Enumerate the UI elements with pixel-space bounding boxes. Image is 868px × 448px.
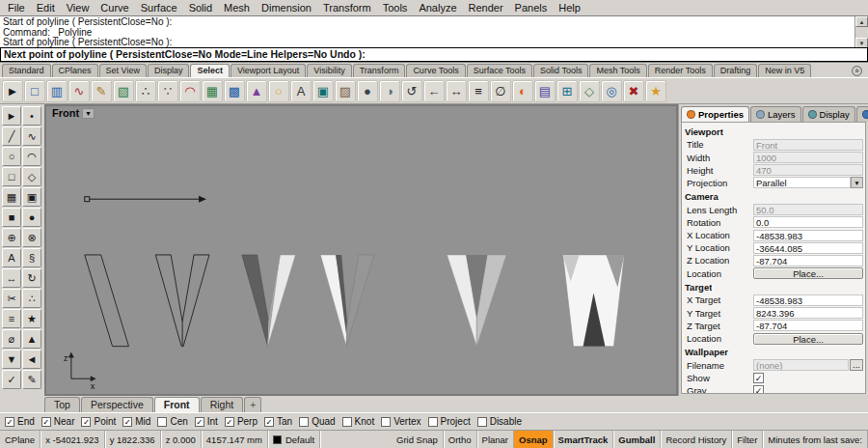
- viewport-tab-top[interactable]: Top: [44, 397, 80, 412]
- osnap-vertex[interactable]: ✓ Vertex: [381, 416, 420, 427]
- property-checkbox[interactable]: ✓: [753, 373, 764, 383]
- osnap-quad[interactable]: ✓ Quad: [299, 416, 335, 427]
- select-meshes-icon[interactable]: ▲: [246, 80, 267, 102]
- select-polysurfaces-icon[interactable]: ▩: [224, 80, 245, 102]
- osnap-knot[interactable]: ✓ Knot: [342, 416, 375, 427]
- osnap-checkbox[interactable]: ✓: [264, 417, 274, 427]
- view-back-icon[interactable]: ◄: [22, 350, 41, 369]
- y-coordinate[interactable]: y 1822.336: [105, 431, 161, 448]
- viewport-tab-right[interactable]: Right: [201, 397, 244, 412]
- gumball-toggle[interactable]: Gumball: [613, 431, 661, 448]
- osnap-end[interactable]: ✓ End: [5, 416, 35, 427]
- viewport-front[interactable]: z x Front ▼: [44, 104, 678, 396]
- viewport-canvas[interactable]: z x: [46, 106, 676, 394]
- check-geometry-icon[interactable]: ✓: [2, 370, 21, 389]
- tab-display[interactable]: Display: [802, 106, 855, 122]
- drape-icon[interactable]: ▼: [2, 350, 21, 369]
- tab-cplanes[interactable]: CPlanes: [52, 64, 98, 77]
- property-value[interactable]: Parallel: [753, 177, 851, 188]
- tab-standard[interactable]: Standard: [2, 64, 51, 77]
- tab-layers[interactable]: Layers: [750, 106, 801, 122]
- osnap-checkbox[interactable]: ✓: [157, 417, 167, 427]
- select-volume-icon[interactable]: ◇: [579, 80, 600, 102]
- distance-units[interactable]: 4157.147 mm: [202, 431, 268, 448]
- surface-tools-icon[interactable]: ▣: [22, 187, 41, 207]
- menu-item[interactable]: Analyze: [413, 1, 462, 14]
- tab-transform[interactable]: Transform: [353, 64, 406, 77]
- osnap-checkbox[interactable]: ✓: [381, 417, 391, 427]
- select-by-color-icon[interactable]: ◐: [512, 80, 533, 102]
- osnap-checkbox[interactable]: ✓: [428, 417, 438, 427]
- tab-set-view[interactable]: Set View: [99, 64, 147, 77]
- tab-curve-tools[interactable]: Curve Tools: [406, 64, 465, 77]
- menu-item[interactable]: Help: [553, 1, 586, 14]
- invert-selection-icon[interactable]: ↔: [446, 80, 467, 102]
- select-point-clouds-icon[interactable]: ∵: [157, 80, 178, 102]
- menu-item[interactable]: Tools: [377, 1, 414, 14]
- select-window-icon[interactable]: □: [24, 80, 45, 102]
- select-pointer-icon[interactable]: ►: [2, 80, 23, 102]
- rectangle-icon[interactable]: □: [2, 167, 21, 186]
- line-icon[interactable]: ╱: [2, 126, 21, 146]
- arc-icon[interactable]: ◠: [22, 147, 41, 166]
- select-last-icon[interactable]: ↺: [401, 80, 422, 102]
- select-blocks-icon[interactable]: ▣: [312, 80, 334, 102]
- menu-item[interactable]: View: [61, 1, 95, 14]
- cplane-selector[interactable]: CPlane: [0, 431, 41, 448]
- toolbar-options-icon[interactable]: [852, 66, 862, 76]
- select-crossing-icon[interactable]: ▥: [46, 80, 68, 102]
- x-coordinate[interactable]: x -54021.923: [41, 431, 104, 448]
- join-icon[interactable]: ≡: [2, 309, 21, 328]
- property-value[interactable]: -36644.085: [753, 242, 863, 254]
- property-value[interactable]: 0.0: [753, 216, 863, 228]
- menu-item[interactable]: Mesh: [218, 1, 256, 14]
- menu-item[interactable]: Panels: [509, 1, 554, 14]
- scroll-up-icon[interactable]: ▲: [855, 16, 868, 27]
- dimension-icon[interactable]: ⌀: [2, 329, 21, 349]
- property-value[interactable]: -48538.983: [753, 230, 863, 241]
- menu-item[interactable]: Render: [463, 1, 509, 14]
- circle-icon[interactable]: ○: [2, 147, 21, 166]
- osnap-toggle[interactable]: Osnap: [514, 431, 554, 448]
- edit-points-icon[interactable]: ∴: [22, 289, 41, 308]
- select-lasso-icon[interactable]: ∿: [68, 80, 90, 102]
- osnap-perp[interactable]: ✓ Perp: [225, 416, 258, 427]
- select-previous-icon[interactable]: ←: [423, 80, 445, 102]
- trim-icon[interactable]: ✂: [2, 289, 21, 308]
- smarttrack-toggle[interactable]: SmartTrack: [554, 431, 614, 448]
- annotation-icon[interactable]: §: [22, 248, 41, 267]
- tab-display-group[interactable]: Display: [148, 64, 190, 77]
- boolean-difference-icon[interactable]: ⊗: [22, 228, 41, 247]
- shaded-chevron-left-limb[interactable]: [242, 255, 269, 347]
- move-icon[interactable]: ↔: [2, 268, 21, 288]
- tab-render-tools[interactable]: Render Tools: [648, 64, 713, 77]
- property-value[interactable]: (none): [753, 359, 849, 371]
- menu-item[interactable]: Edit: [31, 1, 61, 14]
- mesh-icon[interactable]: ▲: [22, 329, 41, 349]
- viewport-tab-front[interactable]: Front: [154, 397, 200, 412]
- menu-item[interactable]: Solid: [183, 1, 218, 14]
- osnap-checkbox[interactable]: ✓: [342, 417, 352, 427]
- viewport-tab-perspective[interactable]: Perspective: [81, 397, 153, 412]
- menu-item[interactable]: Dimension: [256, 1, 317, 14]
- deselect-all-icon[interactable]: ∅: [490, 80, 511, 102]
- select-brush-icon[interactable]: ✎: [91, 80, 112, 102]
- filter-toggle[interactable]: Filter: [732, 431, 763, 448]
- dropdown-arrow-icon[interactable]: ▼: [851, 177, 863, 188]
- boolean-union-icon[interactable]: ⊕: [2, 228, 21, 247]
- menu-item[interactable]: File: [2, 1, 31, 14]
- active-layer[interactable]: Default: [268, 431, 320, 448]
- osnap-checkbox[interactable]: ✓: [122, 417, 132, 427]
- polyline-start-point[interactable]: [85, 197, 90, 202]
- osnap-disable[interactable]: ✓ Disable: [477, 416, 522, 427]
- tab-select[interactable]: Select: [190, 64, 230, 77]
- tab-solid-tools[interactable]: Solid Tools: [533, 64, 588, 77]
- z-coordinate[interactable]: z 0.000: [161, 431, 202, 448]
- osnap-checkbox[interactable]: ✓: [299, 417, 309, 427]
- osnap-checkbox[interactable]: ✓: [81, 417, 91, 427]
- property-value[interactable]: Front: [753, 139, 863, 151]
- shaded-chevron-right-limb[interactable]: [268, 255, 296, 347]
- new-viewport-tab-icon[interactable]: +: [244, 397, 261, 412]
- osnap-point[interactable]: ✓ Point: [81, 416, 116, 427]
- property-button[interactable]: Place...: [753, 267, 863, 279]
